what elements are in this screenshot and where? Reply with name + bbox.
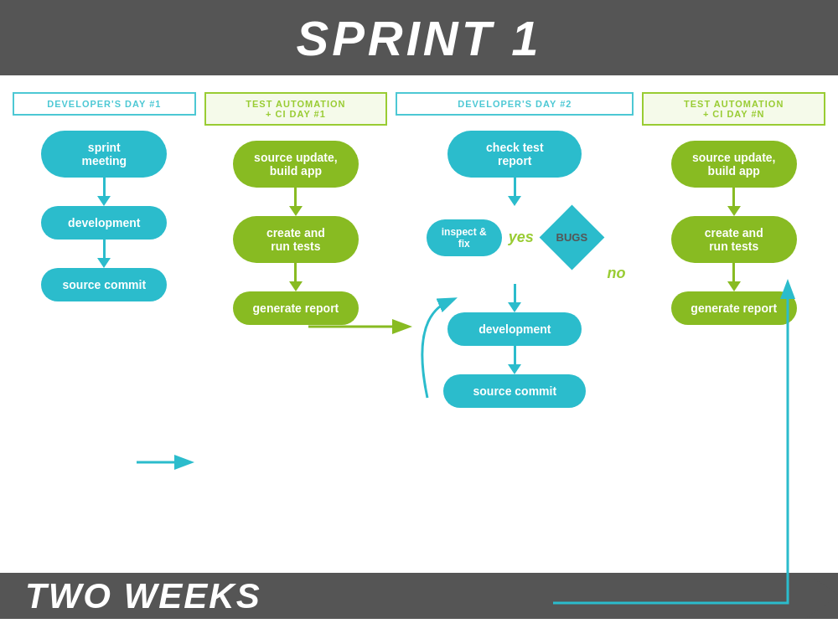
- arrow-tip: [508, 196, 521, 206]
- bugs-label: BUGS: [541, 206, 603, 269]
- header: SPRINT 1: [0, 0, 838, 75]
- column-autoN: TEST AUTOMATION+ CI DAY #N source update…: [642, 92, 825, 408]
- page-title: SPRINT 1: [296, 10, 541, 66]
- node-sprint-meeting: sprintmeeting: [41, 131, 167, 178]
- arrow-update-tests1: [289, 188, 303, 216]
- arrow-line: [732, 188, 735, 206]
- arrow-dev-commit: [97, 240, 111, 268]
- arrow-line: [514, 346, 516, 364]
- arrow-tip: [97, 258, 111, 268]
- arrow-dev2-commit2: [508, 346, 521, 374]
- arrow-line: [103, 178, 106, 196]
- arrow-sprint-dev: [97, 178, 111, 206]
- arrow-tests-report1: [289, 263, 303, 291]
- arrow-updateN-testsN: [727, 188, 741, 216]
- arrow-line: [514, 178, 516, 196]
- node-source-commit2: source commit: [443, 374, 586, 408]
- arrow-tip: [97, 196, 111, 206]
- col-header-auto1: TEST AUTOMATION+ CI DAY #1: [204, 92, 388, 126]
- col-content-dev1: sprintmeeting development source commit: [13, 131, 196, 301]
- arrow-testsN-reportN: [727, 263, 741, 291]
- node-source-commit1: source commit: [41, 268, 167, 301]
- arrow-line: [294, 188, 297, 206]
- col-content-auto1: source update,build app create andrun te…: [204, 141, 388, 325]
- node-create-run-testsN: create andrun tests: [671, 216, 797, 263]
- arrow-tip: [508, 302, 521, 312]
- node-development1: development: [41, 206, 167, 240]
- arrow-tip: [508, 364, 521, 374]
- arrow-tip: [289, 206, 303, 216]
- arrow-tip: [727, 206, 741, 216]
- node-create-run-tests1: create andrun tests: [233, 216, 359, 263]
- arrow-line: [732, 263, 735, 281]
- arrow-tip: [289, 281, 303, 291]
- col-header-autoN: TEST AUTOMATION+ CI DAY #N: [642, 92, 825, 126]
- column-auto1: TEST AUTOMATION+ CI DAY #1 source update…: [204, 92, 388, 408]
- columns-container: DEVELOPER'S DAY #1 sprintmeeting develop…: [13, 92, 825, 408]
- diamond-wrapper: BUGS: [541, 206, 603, 269]
- node-development2: development: [447, 312, 582, 346]
- node-generate-report1: generate report: [233, 291, 359, 325]
- page-container: SPRINT 1 DEVELOPER'S DAY #1 sprintmeetin…: [0, 0, 838, 644]
- bugs-row: inspect &fix yes BUGS: [396, 206, 634, 269]
- col-header-dev1: DEVELOPER'S DAY #1: [13, 92, 196, 116]
- main-content: DEVELOPER'S DAY #1 sprintmeeting develop…: [0, 75, 838, 644]
- node-inspect-fix: inspect &fix: [427, 219, 502, 256]
- arrow-line: [294, 263, 297, 281]
- arrow-line: [103, 240, 106, 258]
- col-content-dev2: check testreport inspect &fix yes BUGS: [396, 131, 634, 408]
- arrow-line: [514, 284, 516, 302]
- node-generate-reportN: generate report: [671, 291, 797, 325]
- column-dev2: DEVELOPER'S DAY #2 check testreport insp…: [396, 92, 634, 408]
- yes-label: yes: [509, 229, 534, 246]
- column-dev1: DEVELOPER'S DAY #1 sprintmeeting develop…: [13, 92, 196, 408]
- node-source-updateN: source update,build app: [671, 141, 797, 188]
- node-check-test-report: check testreport: [447, 131, 582, 178]
- arrow-tip: [727, 281, 741, 291]
- col-content-autoN: source update,build app create andrun te…: [642, 141, 825, 325]
- col-header-dev2: DEVELOPER'S DAY #2: [396, 92, 634, 116]
- two-weeks-bar: TWO WEEKS: [0, 573, 838, 619]
- two-weeks-label: TWO WEEKS: [25, 576, 261, 616]
- arrow-bugs-dev2: [508, 284, 521, 312]
- arrow-check-bugs: [508, 178, 521, 206]
- node-source-update1: source update,build app: [233, 141, 359, 188]
